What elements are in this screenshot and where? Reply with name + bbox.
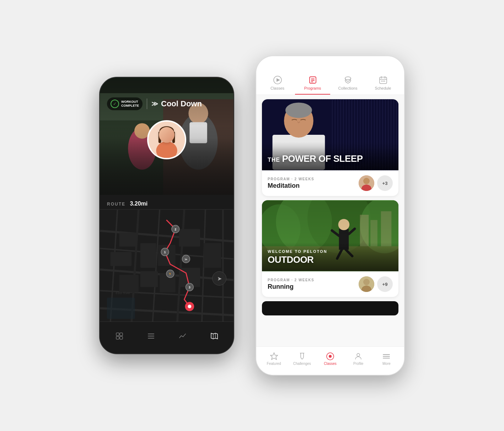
- outdoor-subtitle: WELCOME TO PELOTON: [268, 249, 393, 254]
- svg-point-76: [384, 81, 385, 82]
- svg-point-74: [381, 81, 382, 82]
- locate-button[interactable]: ➤: [212, 271, 226, 286]
- svg-point-75: [382, 81, 384, 82]
- svg-point-86: [363, 178, 370, 184]
- outdoor-card-title: WELCOME TO PELOTON OUTDOOR: [262, 242, 398, 271]
- nav-activity[interactable]: [115, 332, 124, 340]
- nav-more[interactable]: More: [372, 352, 401, 366]
- nav-featured-label: Featured: [267, 362, 281, 366]
- svg-text:1: 1: [164, 250, 166, 254]
- svg-marker-107: [270, 353, 278, 360]
- nav-list[interactable]: [147, 332, 155, 340]
- nav-challenges-label: Challenges: [293, 362, 311, 366]
- svg-rect-67: [311, 80, 315, 81]
- svg-marker-60: [211, 333, 218, 339]
- sleep-card-instructors: +3: [359, 175, 393, 191]
- sleep-program-name: Meditation: [268, 182, 314, 190]
- svg-rect-34: [111, 252, 132, 266]
- svg-text:🏃: 🏃: [168, 272, 172, 276]
- outdoor-program-name: Running: [268, 283, 314, 291]
- svg-point-105: [363, 279, 370, 285]
- top-navigation: Classes Programs Collections: [256, 72, 404, 95]
- next-card-teaser: [262, 301, 398, 315]
- nav-profile-label: Profile: [353, 362, 363, 366]
- nav-classes[interactable]: Classes: [316, 352, 344, 366]
- outdoor-card-info: PROGRAM · 2 WEEKS Running: [268, 278, 314, 291]
- nav-profile[interactable]: Profile: [344, 352, 372, 366]
- sleep-instructor-thumb: [359, 175, 374, 191]
- tab-programs[interactable]: Programs: [295, 75, 330, 95]
- route-map: East River 1 2 3 🏃 ≫: [100, 209, 234, 323]
- svg-rect-36: [140, 271, 158, 287]
- nav-stats[interactable]: [178, 332, 187, 340]
- svg-rect-40: [107, 298, 135, 319]
- svg-text:3: 3: [189, 286, 191, 289]
- outdoor-instructor-thumb: [359, 276, 374, 292]
- sleep-card-image: THE POWER OF SLEEP: [262, 99, 398, 170]
- workout-complete-badge: ✓ WORKOUT COMPLETE: [107, 97, 143, 110]
- svg-point-69: [345, 77, 351, 80]
- tab-collections[interactable]: Collections: [330, 75, 365, 95]
- nav-featured[interactable]: Featured: [260, 352, 288, 366]
- svg-rect-56: [120, 336, 123, 339]
- cool-down-header: ≫ Cool Down: [151, 99, 202, 108]
- svg-marker-64: [277, 78, 280, 82]
- badge-text: WORKOUT COMPLETE: [121, 100, 139, 108]
- sleep-program-card[interactable]: THE POWER OF SLEEP PROGRAM · 2 WEEKS Med…: [262, 99, 398, 196]
- nav-classes-label: Classes: [324, 362, 337, 366]
- sleep-card-title-text: THE POWER OF SLEEP: [268, 154, 393, 163]
- outdoor-plus-count: +9: [377, 276, 393, 292]
- svg-rect-57: [148, 334, 154, 334]
- nav-challenges[interactable]: Challenges: [288, 352, 316, 366]
- sleep-plus-count: +3: [377, 175, 393, 191]
- nav-map[interactable]: [210, 332, 219, 340]
- tab-schedule[interactable]: Schedule: [365, 75, 401, 95]
- svg-rect-53: [116, 333, 119, 336]
- outdoor-program-label: PROGRAM · 2 WEEKS: [268, 278, 314, 282]
- svg-rect-33: [204, 243, 221, 268]
- outdoor-program-card[interactable]: WELCOME TO PELOTON OUTDOOR PROGRAM · 2 W…: [262, 200, 398, 297]
- cool-down-title: Cool Down: [161, 99, 202, 108]
- route-section: ROUTE 3.20mi: [100, 195, 234, 211]
- svg-rect-66: [311, 79, 315, 79]
- svg-rect-29: [119, 233, 136, 247]
- outdoor-card-instructors: +9: [359, 276, 393, 292]
- svg-rect-59: [148, 338, 154, 339]
- outdoor-card-image: WELCOME TO PELOTON OUTDOOR: [262, 200, 398, 271]
- header-divider: [147, 99, 147, 109]
- svg-point-112: [357, 353, 360, 356]
- right-phone: Classes Programs Collections: [256, 55, 405, 376]
- svg-rect-58: [148, 336, 154, 336]
- content-area[interactable]: THE POWER OF SLEEP PROGRAM · 2 WEEKS Med…: [256, 95, 404, 348]
- route-label: ROUTE: [107, 202, 125, 207]
- svg-text:≫: ≫: [184, 258, 187, 261]
- svg-point-12: [160, 126, 174, 135]
- nav-more-label: More: [382, 362, 391, 366]
- svg-text:2: 2: [175, 228, 176, 231]
- route-distance: 3.20mi: [130, 201, 148, 207]
- outdoor-card-meta: PROGRAM · 2 WEEKS Running +9: [262, 271, 398, 297]
- sleep-program-label: PROGRAM · 2 WEEKS: [268, 177, 314, 181]
- svg-text:East River: East River: [116, 291, 131, 295]
- svg-rect-35: [119, 275, 138, 292]
- tab-classes[interactable]: Classes: [260, 75, 295, 95]
- tab-schedule-label: Schedule: [375, 86, 391, 90]
- svg-point-52: [188, 305, 191, 308]
- status-bar-right: [256, 56, 404, 72]
- left-phone: ✓ WORKOUT COMPLETE ≫ Cool Down: [99, 77, 234, 354]
- skip-icon: ≫: [151, 100, 158, 108]
- svg-point-111: [329, 355, 332, 358]
- tab-classes-label: Classes: [270, 86, 284, 90]
- svg-rect-13: [159, 132, 161, 143]
- svg-rect-68: [311, 81, 313, 82]
- sleep-card-title: THE POWER OF SLEEP: [262, 147, 398, 170]
- check-circle-icon: ✓: [111, 100, 119, 108]
- svg-rect-30: [140, 243, 156, 268]
- header-bar: ✓ WORKOUT COMPLETE ≫ Cool Down: [100, 93, 234, 115]
- bottom-nav-right: Featured Challenges Classes Profile: [256, 346, 404, 375]
- tab-collections-label: Collections: [338, 86, 358, 90]
- outdoor-card-title-text: OUTDOOR: [268, 255, 393, 264]
- map-area[interactable]: East River 1 2 3 🏃 ≫ ➤: [100, 209, 234, 323]
- svg-rect-54: [120, 333, 123, 336]
- status-bar-left: [100, 78, 234, 93]
